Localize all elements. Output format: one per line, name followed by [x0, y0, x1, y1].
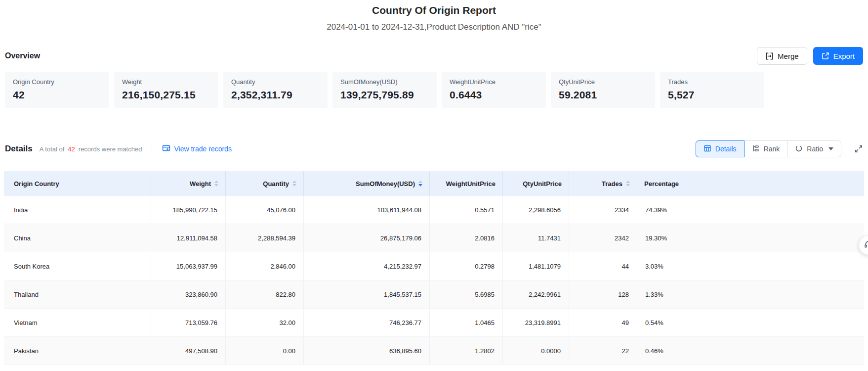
column-header-sumofmoney-usd[interactable]: SumOfMoney(USD)	[304, 171, 430, 196]
cell-quantity: 2,288,594.39	[226, 224, 304, 252]
export-icon	[822, 52, 829, 60]
ratio-circle-icon	[795, 144, 803, 154]
overview-card: SumOfMoney(USD) 139,275,795.89	[332, 72, 437, 108]
card-value: 42	[13, 89, 101, 101]
country-of-origin-report-page: Country Of Origin Report 2024-01-01 to 2…	[0, 0, 868, 371]
table-row: Thailand323,860.90822.801,845,537.155.69…	[4, 280, 864, 309]
cell-percentage: 0.54%	[637, 309, 864, 336]
cell-quantity: 32.00	[226, 309, 304, 336]
column-label: Percentage	[644, 180, 679, 187]
cell-percentage: 0.46%	[637, 337, 864, 365]
cell-weight: 12,911,094.58	[151, 224, 226, 252]
cell-trades: 2342	[569, 224, 637, 252]
cell-percentage: 3.03%	[637, 252, 864, 280]
cell-trades: 44	[569, 252, 637, 280]
tab-rank-label: Rank	[764, 145, 780, 153]
tab-ratio-label: Ratio	[807, 145, 823, 153]
card-value: 59.2081	[559, 89, 647, 101]
column-label: Trades	[602, 180, 622, 187]
cell-percentage: 19.30%	[637, 224, 864, 252]
cell-quantity: 45,076.00	[226, 196, 304, 224]
card-value: 0.6443	[450, 89, 538, 101]
headset-icon	[864, 239, 868, 251]
merge-button[interactable]: Merge	[757, 47, 807, 65]
cell-origin-country: China	[4, 224, 151, 252]
chevron-down-icon	[828, 147, 833, 150]
overview-card: Weight 216,150,275.15	[114, 72, 218, 108]
column-label: Origin Country	[14, 180, 59, 187]
column-header-weightunitprice: WeightUnitPrice	[430, 171, 503, 196]
tab-ratio[interactable]: Ratio	[787, 140, 841, 157]
card-value: 2,352,311.79	[231, 89, 320, 101]
cell-weightunitprice: 2.0816	[430, 224, 503, 252]
cell-qtyunitprice: 2,242.9961	[503, 280, 569, 308]
matched-count: 42	[68, 145, 75, 153]
cell-weight: 323,860.90	[151, 280, 226, 308]
overview-card: Trades 5,527	[660, 72, 764, 108]
card-label: QtyUnitPrice	[559, 78, 647, 86]
cell-origin-country: Vietnam	[4, 309, 151, 336]
card-label: Trades	[668, 78, 756, 86]
table-row: China12,911,094.582,288,594.3926,875,179…	[4, 224, 864, 252]
cell-weightunitprice: 1.2802	[430, 337, 503, 365]
column-header-origin-country: Origin Country	[4, 171, 151, 196]
cell-sumofmoney-usd: 1,845,537.15	[304, 280, 430, 308]
cell-origin-country: South Korea	[4, 252, 151, 280]
cell-percentage: 74.39%	[637, 196, 864, 224]
sort-carets-icon	[214, 181, 218, 186]
cell-sumofmoney-usd: 4,215,232.97	[304, 252, 430, 280]
tab-details[interactable]: Details	[696, 140, 744, 157]
column-label: QtyUnitPrice	[523, 180, 562, 187]
card-label: Origin Country	[13, 78, 101, 86]
card-label: WeightUnitPrice	[450, 78, 538, 86]
column-label: Quantity	[263, 180, 289, 187]
cell-origin-country: Thailand	[4, 280, 151, 308]
table-row: Vietnam713,059.7632.00746,236.771.046523…	[4, 309, 864, 337]
overview-actions: Merge Export	[757, 47, 863, 65]
tab-details-label: Details	[715, 145, 737, 153]
overview-cards: Origin Country 42 Weight 216,150,275.15 …	[5, 72, 863, 108]
column-header-trades[interactable]: Trades	[569, 171, 637, 196]
cell-weight: 15,063,937.99	[151, 252, 226, 280]
cell-qtyunitprice: 2,298.6056	[503, 196, 569, 224]
column-label: SumOfMoney(USD)	[356, 180, 415, 187]
cell-sumofmoney-usd: 26,875,179.06	[304, 224, 430, 252]
column-label: Weight	[190, 180, 211, 187]
cell-trades: 128	[569, 280, 637, 308]
vertical-divider	[152, 145, 152, 152]
cell-percentage: 1.33%	[637, 280, 864, 308]
trade-records-icon	[162, 144, 170, 154]
view-trade-records-link[interactable]: View trade records	[162, 144, 231, 154]
table-row: South Korea15,063,937.992,846.004,215,23…	[4, 252, 864, 280]
cell-trades: 22	[569, 337, 637, 365]
page-title: Country Of Origin Report	[0, 0, 868, 16]
view-trade-records-label: View trade records	[174, 145, 231, 153]
details-heading: Details	[5, 144, 33, 154]
cell-weightunitprice: 0.5571	[430, 196, 503, 224]
cell-weightunitprice: 1.0465	[430, 309, 503, 336]
overview-header-row: Overview Merge Export	[5, 47, 863, 65]
column-header-qtyunitprice: QtyUnitPrice	[503, 171, 569, 196]
cell-weight: 713,059.76	[151, 309, 226, 336]
view-mode-tabs: Details Rank Ratio	[696, 140, 841, 157]
column-header-quantity[interactable]: Quantity	[226, 171, 304, 196]
page-subtitle: 2024-01-01 to 2024-12-31,Product Descrip…	[0, 22, 868, 32]
column-header-weight[interactable]: Weight	[151, 171, 226, 196]
cell-weight: 497,508.90	[151, 337, 226, 365]
cell-sumofmoney-usd: 636,895.60	[304, 337, 430, 365]
cell-trades: 2334	[569, 196, 637, 224]
export-button-label: Export	[833, 52, 855, 60]
fullscreen-icon[interactable]	[854, 144, 863, 153]
export-button[interactable]: Export	[813, 47, 863, 65]
rank-icon	[752, 144, 760, 154]
cell-quantity: 822.80	[226, 280, 304, 308]
tab-rank[interactable]: Rank	[744, 140, 788, 157]
sort-carets-icon	[626, 181, 630, 186]
card-label: Weight	[122, 78, 210, 86]
matched-prefix: A total of	[40, 145, 65, 153]
cell-origin-country: Pakistan	[4, 337, 151, 365]
column-header-percentage: Percentage	[637, 171, 864, 196]
cell-weightunitprice: 5.6985	[430, 280, 503, 308]
cell-qtyunitprice: 0.0000	[503, 337, 569, 365]
cell-qtyunitprice: 1,481.1079	[503, 252, 569, 280]
